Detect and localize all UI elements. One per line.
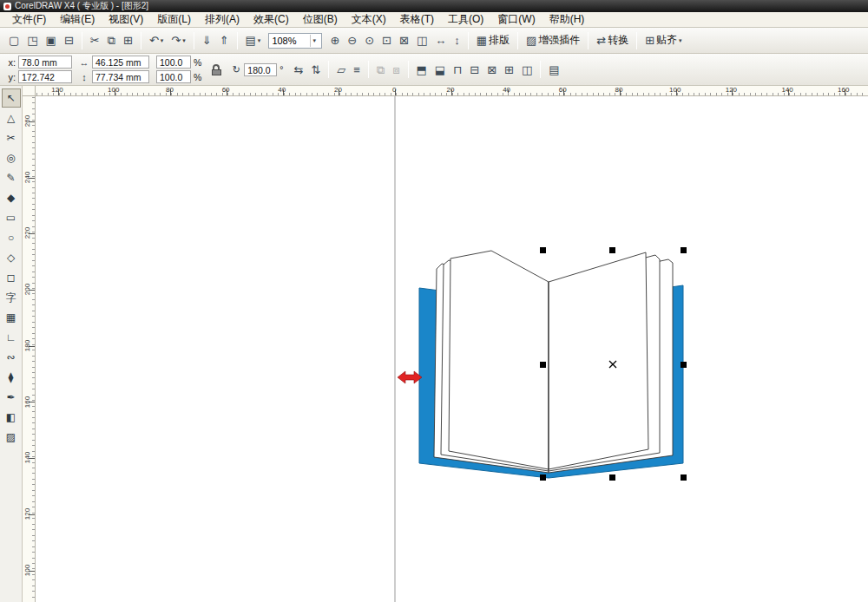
menu-item[interactable]: 窗口(W) xyxy=(490,11,542,28)
menu-item[interactable]: 排列(A) xyxy=(198,11,247,28)
smart-fill-tool[interactable]: ◆ xyxy=(2,188,21,207)
handle-bottom-left[interactable] xyxy=(540,474,546,481)
zoom-dropdown-caret-icon[interactable]: ▾ xyxy=(310,35,318,47)
zoom-actual-button[interactable]: ⊙ xyxy=(361,31,378,50)
table-tool[interactable]: ▦ xyxy=(2,308,21,327)
rectangle-tool[interactable]: ▭ xyxy=(2,208,21,227)
open-button[interactable]: ◳ xyxy=(23,31,41,50)
back-minus-front-button[interactable]: ⊞ xyxy=(501,60,517,79)
menu-item[interactable]: 效果(C) xyxy=(247,11,296,28)
scale-x-field[interactable]: 100.0 xyxy=(156,56,191,69)
handle-middle-right[interactable] xyxy=(681,362,687,368)
object-height-field[interactable]: 77.734 mm xyxy=(92,70,149,83)
dropdown-caret-icon: ▾ xyxy=(258,37,261,44)
pick-tool[interactable]: ↖ xyxy=(2,88,21,108)
export-button[interactable]: ⇑ xyxy=(216,31,233,50)
polygon-tool[interactable]: ◇ xyxy=(2,248,21,267)
rotation-angle-field[interactable]: 180.0 xyxy=(244,63,277,76)
handle-top-left[interactable] xyxy=(540,247,546,253)
new-document-button[interactable]: ▢ xyxy=(5,31,23,50)
undo-button[interactable]: ↶▾ xyxy=(146,31,167,50)
outline-pen-tool[interactable]: ✒ xyxy=(2,388,21,407)
simplify-button[interactable]: ⊟ xyxy=(466,60,483,79)
handle-top-right[interactable] xyxy=(681,247,687,253)
trim-button[interactable]: ⬓ xyxy=(431,60,449,79)
application-launcher-button[interactable]: ▤▾ xyxy=(242,31,265,50)
menu-item[interactable]: 文件(F) xyxy=(5,11,53,28)
convert-button[interactable]: ⇄转换 xyxy=(593,31,632,50)
freehand-tool-icon: ✎ xyxy=(6,172,15,184)
zoom-to-selection-button[interactable]: ⊡ xyxy=(378,31,395,50)
create-boundary-button[interactable]: ◫ xyxy=(518,60,536,79)
book-page-right-top[interactable] xyxy=(549,252,648,469)
ruler-number: 220 xyxy=(23,223,31,244)
object-width-field[interactable]: 46.125 mm xyxy=(92,56,149,69)
interactive-fill-tool[interactable]: ▨ xyxy=(2,428,21,447)
ruler-corner xyxy=(23,86,36,96)
crop-tool[interactable]: ✂ xyxy=(2,128,21,147)
paste-button[interactable]: ⊞ xyxy=(120,31,136,50)
menu-item[interactable]: 视图(V) xyxy=(102,11,150,28)
redo-button[interactable]: ↷▾ xyxy=(168,31,188,50)
property-bar: x: 78.0 mm y: 172.742 mm ↔ 46.125 mm ↕ 7… xyxy=(0,54,868,86)
weld-button[interactable]: ⬒ xyxy=(413,60,431,79)
vertical-ruler[interactable]: 260240220200180160140120100 xyxy=(23,96,36,602)
front-minus-back-button[interactable]: ⊠ xyxy=(483,60,500,79)
text-tool[interactable]: 字 xyxy=(2,288,21,307)
freehand-tool[interactable]: ✎ xyxy=(2,168,21,187)
layout-button[interactable]: ▦排版 xyxy=(473,31,513,50)
menu-item[interactable]: 工具(O) xyxy=(441,11,490,28)
menu-item[interactable]: 表格(T) xyxy=(393,11,441,28)
snap-button[interactable]: ⊞贴齐▾ xyxy=(641,31,685,50)
handle-bottom-center[interactable] xyxy=(609,474,615,481)
zoom-level-combo[interactable]: ▾ xyxy=(268,33,322,49)
zoom-to-page-button[interactable]: ◫ xyxy=(413,31,431,50)
ellipse-tool[interactable]: ○ xyxy=(2,228,21,247)
mirror-horizontal-button[interactable]: ⇆ xyxy=(291,60,307,79)
zoom-tool[interactable]: ◎ xyxy=(2,148,21,167)
shape-tool[interactable]: △ xyxy=(2,108,21,128)
dimension-tool[interactable]: ∟ xyxy=(2,328,21,347)
zoom-out-button[interactable]: ⊖ xyxy=(344,31,360,50)
x-position-field[interactable]: 78.0 mm xyxy=(18,56,72,69)
save-button[interactable]: ▣ xyxy=(43,31,60,50)
zoom-in-button[interactable]: ⊕ xyxy=(326,31,343,50)
eyedropper-tool[interactable]: ⧫ xyxy=(2,368,21,387)
zoom-to-height-button[interactable]: ↕ xyxy=(450,31,464,50)
y-position-field[interactable]: 172.742 mm xyxy=(18,70,72,83)
menu-item[interactable]: 文本(X) xyxy=(345,11,393,28)
layout-icon: ▦ xyxy=(477,35,487,46)
lock-ratio-button[interactable] xyxy=(208,58,224,81)
blend-tool[interactable]: ∾ xyxy=(2,348,21,367)
mirror-vertical-button[interactable]: ⇅ xyxy=(307,60,324,79)
outline-width-button[interactable]: ≡ xyxy=(350,60,364,79)
plugins-button[interactable]: ▨增强插件 xyxy=(523,31,583,50)
ruler-number: 60 xyxy=(222,86,230,94)
zoom-to-width-button[interactable]: ↔ xyxy=(431,31,450,50)
copy-button[interactable]: ⧉ xyxy=(104,31,119,50)
book-drawing[interactable] xyxy=(419,251,683,478)
handle-bottom-right[interactable] xyxy=(681,474,687,481)
menu-item[interactable]: 编辑(E) xyxy=(53,11,102,28)
canvas[interactable] xyxy=(36,96,868,602)
print-button[interactable]: ⊟ xyxy=(61,31,77,50)
menu-item[interactable]: 位图(B) xyxy=(296,11,345,28)
handle-middle-left[interactable] xyxy=(540,362,546,368)
basic-shapes-tool[interactable]: ◻ xyxy=(2,268,21,287)
scale-y-field[interactable]: 100.0 xyxy=(156,70,191,83)
horizontal-ruler[interactable]: 12010080604020020406080100120140160 xyxy=(36,86,868,96)
import-button[interactable]: ⇓ xyxy=(199,31,215,50)
zoom-level-input[interactable] xyxy=(272,36,310,46)
cut-button[interactable]: ✂ xyxy=(87,31,103,50)
basic-shapes-tool-icon: ◻ xyxy=(7,272,16,284)
zoom-to-all-button[interactable]: ⊠ xyxy=(396,31,412,50)
convert-to-curves-button[interactable]: ▱ xyxy=(333,60,349,79)
toolbar-separator xyxy=(82,32,82,49)
handle-top-center[interactable] xyxy=(609,247,615,253)
intersect-button[interactable]: ⊓ xyxy=(450,60,465,79)
fill-tool[interactable]: ◧ xyxy=(2,408,21,427)
menu-item[interactable]: 版面(L) xyxy=(150,11,198,28)
book-page-left-top[interactable] xyxy=(449,251,549,469)
menu-item[interactable]: 帮助(H) xyxy=(542,11,592,28)
wrap-paragraph-text-button[interactable]: ▤ xyxy=(545,60,562,79)
